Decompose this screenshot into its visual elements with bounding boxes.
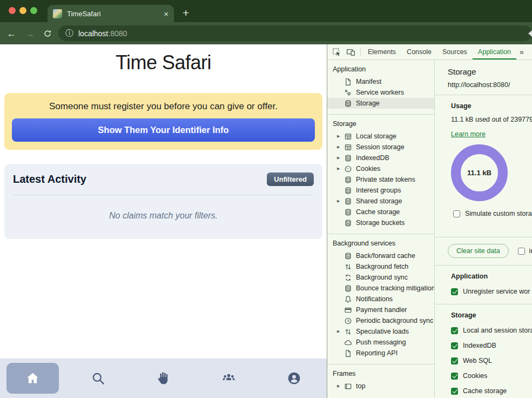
nav-item-search[interactable] — [65, 359, 131, 398]
show-identifier-info-button[interactable]: Show Them Your Identifier Info — [12, 118, 315, 142]
nav-item-home[interactable] — [0, 359, 65, 398]
cookie-icon — [344, 165, 352, 173]
clear-site-data-section: Clear site data in — [435, 237, 532, 265]
tree-item-manifest[interactable]: ▶ Manifest — [327, 76, 434, 87]
clear-site-data-button[interactable]: Clear site data — [448, 244, 509, 258]
storage-options-section: Storage Local and session stora — [435, 304, 532, 398]
checkbox[interactable] — [451, 288, 458, 295]
simulate-quota-checkbox[interactable] — [453, 210, 460, 217]
file-icon — [344, 349, 352, 357]
zoom-window-button[interactable] — [30, 7, 37, 14]
unfiltered-filter-button[interactable]: Unfiltered — [267, 173, 314, 186]
clear-option-cache-storage[interactable]: Cache storage — [451, 387, 532, 395]
registration-alert: Someone must register you before you can… — [4, 93, 322, 150]
sidebar-section-title: Frames — [327, 369, 434, 381]
tree-item-periodic-background-sync[interactable]: ▶ Periodic background sync — [327, 315, 434, 326]
tree-item-background-sync[interactable]: ▶ Background sync — [327, 272, 434, 283]
url-host: localhost — [78, 29, 108, 38]
including-checkbox[interactable] — [518, 248, 525, 255]
reload-button[interactable] — [43, 29, 52, 38]
nav-item-hand[interactable] — [131, 359, 196, 398]
activity-divider — [13, 195, 314, 195]
tree-item-session-storage[interactable]: ▶ Session storage — [327, 142, 434, 152]
devtools-sidebar: Application ▶ Manifest — [327, 60, 435, 398]
disclosure-triangle-icon: ▶ — [337, 134, 344, 138]
arrows-vertical-icon — [344, 328, 352, 336]
sync-icon — [344, 274, 352, 282]
clear-option-unregister-service-wor[interactable]: Unregister service wor — [451, 288, 532, 295]
clear-option-cookies[interactable]: Cookies — [451, 372, 532, 380]
disclosure-triangle-icon: ▶ — [337, 384, 344, 388]
devtools-toolbar: Elements Console Sources Application — [327, 44, 532, 60]
disclosure-triangle-icon: ▶ — [337, 145, 344, 149]
checkbox[interactable] — [451, 373, 458, 380]
tree-item-bounce-tracking-mitigation[interactable]: ▶ Bounce tracking mitigation — [327, 283, 434, 294]
application-options-heading: Application — [451, 273, 532, 280]
devtools-tab-application[interactable]: Application — [473, 44, 516, 59]
address-bar[interactable]: ⓘ localhost:8080 — [58, 25, 532, 41]
service-worker-icon — [344, 89, 352, 97]
home-icon — [25, 371, 40, 386]
site-info-icon[interactable]: ⓘ — [65, 28, 73, 38]
tree-item-service-workers[interactable]: ▶ Service workers — [327, 87, 434, 98]
tree-item-reporting-api[interactable]: ▶ Reporting API — [327, 348, 434, 359]
devtools-tab-sources[interactable]: Sources — [437, 44, 473, 59]
storage-detail-panel: Storage http://localhost:8080/ Usage 11.… — [435, 60, 532, 398]
tree-item-push-messaging[interactable]: ▶ Push messaging — [327, 337, 434, 348]
table-icon — [344, 132, 352, 141]
close-tab-icon[interactable]: × — [164, 10, 169, 18]
close-window-button[interactable] — [9, 7, 16, 14]
tree-item-indexeddb[interactable]: ▶ IndexedDB — [327, 152, 434, 163]
back-button[interactable]: ← — [6, 29, 16, 38]
tree-item-private-state-tokens[interactable]: ▶ Private state tokens — [327, 174, 434, 185]
tree-item-back-forward-cache[interactable]: ▶ Back/forward cache — [327, 250, 434, 261]
checkbox[interactable] — [451, 342, 458, 349]
activity-title: Latest Activity — [13, 173, 86, 185]
panel-origin: http://localhost:8080/ — [448, 81, 532, 89]
devtools-tab-elements[interactable]: Elements — [362, 44, 401, 59]
tree-item-payment-handler[interactable]: ▶ Payment handler — [327, 304, 434, 315]
tab-title: TimeSafari — [67, 10, 164, 18]
device-toolbar-icon[interactable] — [346, 48, 355, 57]
database-icon — [344, 208, 352, 216]
new-tab-button[interactable]: + — [183, 5, 189, 21]
browser-window: TimeSafari × + ← → ⓘ localhost:8080 Time… — [0, 0, 532, 398]
tree-item-local-storage[interactable]: ▶ Local storage — [327, 131, 434, 142]
database-icon — [344, 176, 352, 184]
disclosure-triangle-icon: ▶ — [337, 156, 344, 160]
clear-option-web-sql[interactable]: Web SQL — [451, 357, 532, 364]
sidebar-section-storage: Storage ▶ Local storage — [327, 115, 434, 234]
more-tabs-icon[interactable]: » — [516, 48, 527, 56]
disclosure-triangle-icon: ▶ — [337, 167, 344, 171]
clear-option-local-and-session-stora[interactable]: Local and session stora — [451, 327, 532, 334]
window-controls — [9, 7, 37, 14]
tree-item-shared-storage[interactable]: ▶ Shared storage — [327, 196, 434, 207]
tree-item-storage[interactable]: ▶ Storage — [327, 98, 434, 109]
activity-empty-message: No claims match your filters. — [13, 211, 314, 221]
application-options-section: Application Unregister service wor — [435, 265, 532, 304]
tree-item-top[interactable]: ▶ top — [327, 381, 434, 392]
nav-item-person[interactable] — [261, 359, 327, 398]
tree-item-storage-buckets[interactable]: ▶ Storage buckets — [327, 217, 434, 228]
tree-item-interest-groups[interactable]: ▶ Interest groups — [327, 185, 434, 196]
browser-tab-timesafari[interactable]: TimeSafari × — [48, 5, 174, 22]
tree-item-cache-storage[interactable]: ▶ Cache storage — [327, 207, 434, 217]
checkbox[interactable] — [451, 327, 458, 334]
minimize-window-button[interactable] — [19, 7, 26, 14]
inspect-element-icon[interactable] — [332, 48, 341, 57]
including-checkbox-row: in — [518, 247, 532, 255]
disclosure-triangle-icon: ▶ — [337, 329, 344, 334]
clear-option-indexeddb[interactable]: IndexedDB — [451, 342, 532, 349]
tree-item-notifications[interactable]: ▶ Notifications — [327, 294, 434, 304]
devtools-tab-console[interactable]: Console — [401, 44, 437, 59]
tree-item-speculative-loads[interactable]: ▶ Speculative loads — [327, 326, 434, 337]
tree-item-cookies[interactable]: ▶ Cookies — [327, 163, 434, 174]
nav-item-people[interactable] — [196, 359, 261, 398]
checkbox[interactable] — [451, 357, 458, 364]
checkbox[interactable] — [451, 388, 458, 395]
tree-item-background-fetch[interactable]: ▶ Background fetch — [327, 261, 434, 272]
frame-icon — [344, 382, 352, 390]
learn-more-link[interactable]: Learn more — [451, 130, 486, 138]
forward-button[interactable]: → — [25, 29, 35, 38]
database-icon — [344, 100, 352, 108]
